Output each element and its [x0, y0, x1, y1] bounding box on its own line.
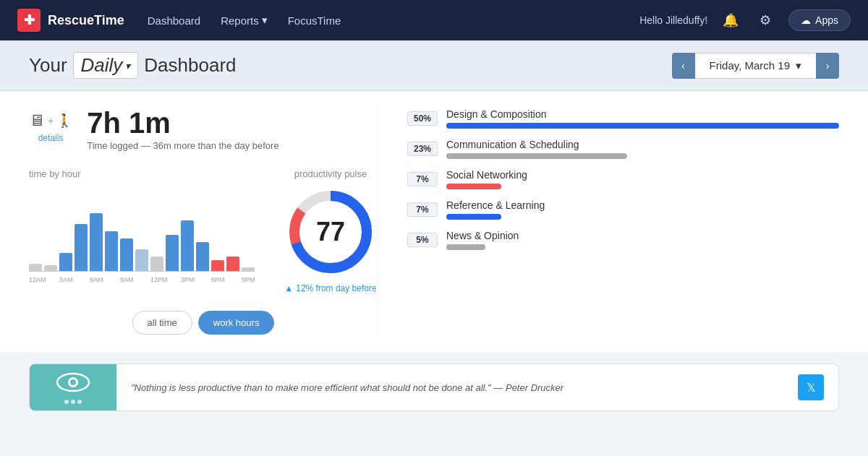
- pulse-label: productivity pulse: [294, 168, 367, 179]
- prev-date-button[interactable]: ‹: [672, 53, 695, 79]
- bar-label-1: [44, 276, 57, 283]
- bar-7: [135, 249, 148, 271]
- bar-label-3: [75, 276, 88, 283]
- quote-icon-area: [30, 364, 116, 410]
- cat-name-2: Social Networking: [446, 169, 839, 181]
- cat-bar-1: [446, 153, 627, 159]
- settings-icon[interactable]: ⚙: [754, 9, 777, 32]
- pulse-change: ▲ 12% from day before: [284, 283, 376, 293]
- bar-0: [29, 264, 42, 271]
- bar-label-6: 9AM: [120, 276, 133, 283]
- bar-chart-label: time by hour: [29, 168, 255, 179]
- bar-label-7: [135, 276, 148, 283]
- twitter-icon: 𝕏: [807, 381, 816, 395]
- nav-right: Hello Jilleduffy! 🔔 ⚙ ☁ Apps: [639, 9, 851, 32]
- logo-icon: ✚: [17, 9, 41, 32]
- pulse-score: 77: [316, 217, 345, 247]
- main-content: 🖥 + 🚶 details 7h 1m Time logged — 36m mo…: [0, 91, 868, 352]
- cat-pct-1: 23%: [407, 142, 438, 156]
- eye-icon: [56, 371, 90, 394]
- nav-dashboard[interactable]: Dashboard: [148, 14, 200, 27]
- cat-pct-4: 5%: [407, 233, 438, 247]
- dashboard-label: Dashboard: [144, 54, 236, 77]
- bar-6: [120, 238, 133, 271]
- twitter-button[interactable]: 𝕏: [798, 374, 824, 400]
- bar-chart: [29, 185, 255, 272]
- left-panel: 🖥 + 🚶 details 7h 1m Time logged — 36m mo…: [29, 108, 378, 335]
- charts-row: time by hour 12AM3AM6AM9AM12PM3PM6PM9PM …: [29, 168, 378, 293]
- category-row: 5% News & Opinion: [407, 230, 839, 250]
- time-info: 🖥 + 🚶 details 7h 1m Time logged — 36m mo…: [29, 108, 378, 151]
- bar-label-14: 9PM: [242, 276, 255, 283]
- cat-bar-wrap-4: News & Opinion: [446, 230, 839, 250]
- work-hours-button[interactable]: work hours: [198, 311, 275, 335]
- nav-focustime[interactable]: FocusTime: [288, 14, 341, 27]
- chevron-down-icon: ▾: [262, 14, 268, 27]
- bar-10: [181, 220, 194, 271]
- bar-12: [211, 260, 224, 271]
- date-navigation: ‹ Friday, March 19 ▾ ›: [672, 53, 839, 79]
- bar-4: [90, 213, 103, 271]
- category-row: 23% Communication & Scheduling: [407, 139, 839, 159]
- quote-text: "Nothing is less productive than to make…: [116, 371, 798, 405]
- donut-chart: 77: [284, 185, 378, 279]
- bar-label-12: 6PM: [211, 276, 224, 283]
- cat-name-0: Design & Composition: [446, 108, 839, 120]
- greeting-text: Hello Jilleduffy!: [639, 14, 707, 26]
- bar-labels: 12AM3AM6AM9AM12PM3PM6PM9PM: [29, 276, 255, 283]
- bar-label-8: 12PM: [150, 276, 163, 283]
- time-subtitle: Time logged — 36m more than the day befo…: [87, 140, 278, 151]
- cloud-icon: ☁: [801, 14, 811, 26]
- category-row: 50% Design & Composition: [407, 108, 839, 129]
- cat-bar-2: [446, 184, 501, 189]
- total-time: 7h 1m: [87, 108, 278, 137]
- bar-label-0: 12AM: [29, 276, 42, 283]
- bar-11: [196, 242, 209, 271]
- cat-pct-2: 7%: [407, 172, 438, 186]
- chevron-down-icon: ▾: [796, 59, 801, 72]
- cat-bar-wrap-0: Design & Composition: [446, 108, 839, 129]
- time-toggle: all time work hours: [29, 311, 378, 335]
- apps-button[interactable]: ☁ Apps: [788, 9, 851, 31]
- cat-name-1: Communication & Scheduling: [446, 139, 839, 150]
- bar-label-5: [105, 276, 118, 283]
- header-bar: Your Daily ▾ Dashboard ‹ Friday, March 1…: [0, 40, 868, 91]
- donut-section: productivity pulse 77 ▲: [284, 168, 378, 293]
- device-icon-area[interactable]: 🖥 + 🚶 details: [29, 111, 72, 143]
- arrow-up-icon: ▲: [284, 283, 293, 293]
- plus-icon: +: [48, 115, 54, 126]
- category-row: 7% Reference & Learning: [407, 199, 839, 220]
- bar-1: [44, 265, 57, 271]
- nav-reports[interactable]: Reports ▾: [221, 14, 268, 27]
- bar-label-13: [226, 276, 239, 283]
- cat-bar-wrap-2: Social Networking: [446, 169, 839, 189]
- bar-chart-section: time by hour 12AM3AM6AM9AM12PM3PM6PM9PM: [29, 168, 255, 283]
- cat-bar-3: [446, 214, 501, 220]
- quote-section: "Nothing is less productive than to make…: [29, 363, 839, 411]
- monitor-icon: 🖥: [29, 111, 45, 130]
- time-details: 7h 1m Time logged — 36m more than the da…: [87, 108, 278, 151]
- cat-bar-wrap-3: Reference & Learning: [446, 199, 839, 220]
- svg-point-6: [70, 379, 76, 385]
- nav-logo[interactable]: ✚ RescueTime: [17, 9, 124, 32]
- cat-bar-4: [446, 244, 485, 250]
- daily-selector[interactable]: Daily ▾: [73, 52, 139, 79]
- bar-5: [105, 231, 118, 271]
- bar-label-9: [166, 276, 179, 283]
- bar-label-2: 3AM: [59, 276, 72, 283]
- loading-dots: [64, 400, 82, 404]
- chevron-down-icon: ▾: [125, 60, 130, 72]
- next-date-button[interactable]: ›: [816, 53, 839, 79]
- notification-icon[interactable]: 🔔: [719, 9, 742, 32]
- date-display: Friday, March 19 ▾: [695, 53, 816, 79]
- nav-links: Dashboard Reports ▾ FocusTime: [148, 14, 616, 27]
- bar-8: [150, 257, 163, 271]
- navbar: ✚ RescueTime Dashboard Reports ▾ FocusTi…: [0, 0, 868, 40]
- all-time-button[interactable]: all time: [132, 311, 192, 335]
- cat-pct-0: 50%: [407, 111, 438, 126]
- details-link[interactable]: details: [29, 133, 72, 143]
- cat-bar-0: [446, 123, 839, 129]
- bar-9: [166, 235, 179, 271]
- dashboard-title: Your Daily ▾ Dashboard: [29, 52, 237, 79]
- bar-14: [242, 267, 255, 271]
